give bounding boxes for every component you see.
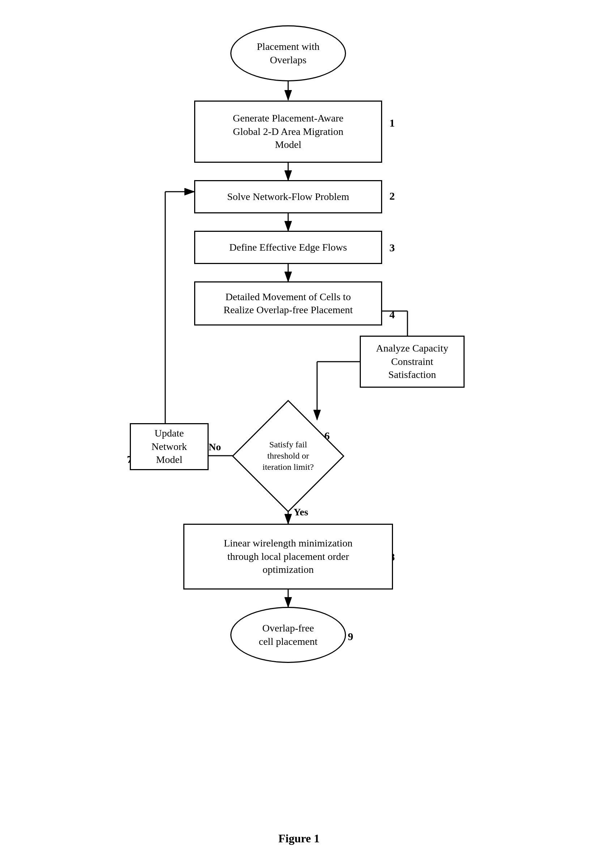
node-1-generate-placement: Generate Placement-Aware Global 2-D Area… [194, 100, 382, 163]
node-2-solve-network-flow: Solve Network-Flow Problem [194, 180, 382, 213]
node-4-detailed-movement: Detailed Movement of Cells to Realize Ov… [194, 281, 382, 325]
node-5-label: Analyze Capacity Constraint Satisfaction [366, 342, 458, 381]
node-8-linear-wirelength: Linear wirelength minimization through l… [183, 524, 393, 590]
node-0-placement-with-overlaps: Placement with Overlaps [230, 25, 346, 81]
node-7-update-network: Update Network Model [130, 423, 209, 470]
node-3-label: Define Effective Edge Flows [229, 241, 347, 254]
node-1-label: Generate Placement-Aware Global 2-D Area… [233, 112, 344, 151]
svg-text:Yes: Yes [294, 506, 308, 518]
svg-text:9: 9 [348, 630, 353, 642]
node-3-define-edge-flows: Define Effective Edge Flows [194, 231, 382, 264]
figure-caption: Figure 1 [278, 832, 320, 845]
node-5-analyze-capacity: Analyze Capacity Constraint Satisfaction [360, 336, 465, 388]
svg-text:4: 4 [389, 308, 395, 320]
node-4-label: Detailed Movement of Cells to Realize Ov… [223, 290, 353, 317]
diamond-shape [232, 400, 344, 512]
node-9-label: Overlap-free cell placement [259, 622, 317, 648]
node-8-label: Linear wirelength minimization through l… [224, 537, 353, 576]
svg-text:1: 1 [389, 117, 395, 129]
svg-text:3: 3 [389, 242, 395, 253]
diagram-container: No Yes 0 1 2 3 4 5 6 7 8 9 Placement wit… [100, 15, 498, 810]
svg-text:No: No [209, 441, 221, 452]
node-2-label: Solve Network-Flow Problem [227, 190, 349, 203]
node-0-label: Placement with Overlaps [257, 40, 319, 67]
node-6-diamond: Satisfy fail threshold or iteration limi… [238, 415, 338, 497]
node-7-label: Update Network Model [137, 427, 202, 466]
node-9-overlap-free: Overlap-free cell placement [230, 607, 346, 663]
svg-text:2: 2 [389, 190, 395, 202]
